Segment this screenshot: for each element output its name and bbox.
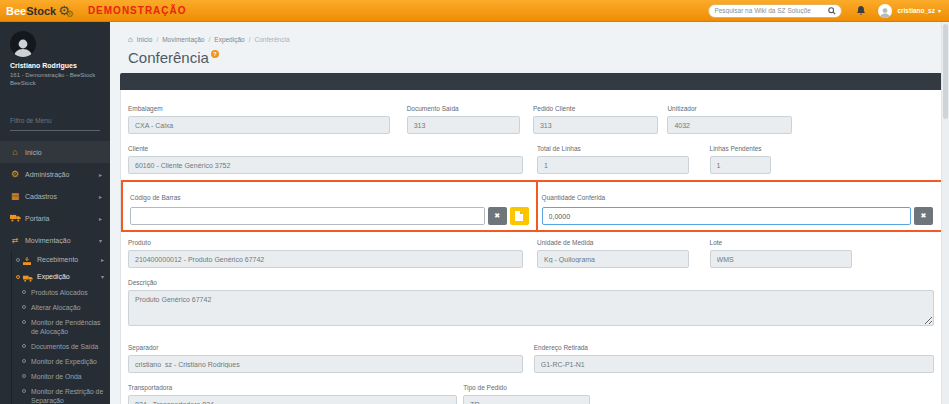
inbox-icon xyxy=(23,251,35,269)
circle-bullet-icon xyxy=(22,374,26,378)
endereco-retirada-field xyxy=(534,355,934,373)
sidebar-item-administracao[interactable]: Administração xyxy=(0,163,110,185)
sidebar-item-inicio[interactable]: Início xyxy=(0,141,110,163)
field-label: Tipo de Pedido xyxy=(463,384,589,391)
sidebar-item-portaria[interactable]: Portaria xyxy=(0,207,110,229)
chevron-right-icon xyxy=(99,171,102,178)
sidebar-item-label: Documentos de Saída xyxy=(31,342,98,351)
sidebar-item-label: Monitor de Pendências de Alocação xyxy=(31,318,106,336)
wiki-search-input[interactable] xyxy=(714,7,828,14)
field-label: Unidade de Medida xyxy=(537,239,689,246)
sidebar-item-movimentacao[interactable]: Movimentação xyxy=(0,229,110,251)
breadcrumb: Início / Movimentação / Expedição / Conf… xyxy=(128,36,949,43)
linhas-pendentes-field xyxy=(710,156,772,174)
exchange-icon xyxy=(8,235,22,245)
documento-saida-field xyxy=(407,116,520,134)
gears-icon xyxy=(8,169,22,179)
sidebar-item-recebimento[interactable]: Recebimento xyxy=(12,251,110,268)
truck-icon xyxy=(8,214,22,222)
sidebar-item-label: Monitor de Restrição de Separação xyxy=(31,387,106,404)
logo-gear-small-icon xyxy=(66,10,74,18)
sidebar-item-label: Alterar Alocação xyxy=(31,303,81,312)
sidebar-item-alterar-alocacao[interactable]: Alterar Alocação xyxy=(12,300,110,315)
sidebar-item-expedicao[interactable]: Expedição xyxy=(12,268,110,285)
notifications-bell-icon[interactable] xyxy=(856,5,866,16)
breadcrumb-item[interactable]: Início xyxy=(137,36,153,43)
username-label[interactable]: cristiano_sz xyxy=(897,7,935,14)
movimentacao-submenu: Recebimento Expedição Produtos Alocados xyxy=(11,251,110,404)
expedicao-submenu: Produtos Alocados Alterar Alocação Monit… xyxy=(12,285,110,404)
beestock-logo[interactable]: BeeStock xyxy=(6,4,74,18)
breadcrumb-item[interactable]: Expedição xyxy=(214,36,244,43)
sidebar-item-documentos-saida[interactable]: Documentos de Saída xyxy=(12,339,110,354)
chevron-right-icon xyxy=(99,193,102,200)
panel-header-bar xyxy=(120,73,946,90)
field-label: Pedido Cliente xyxy=(533,105,658,112)
quantidade-conferida-input[interactable] xyxy=(542,207,911,225)
field-label: Transportadora xyxy=(128,384,457,391)
sidebar: Cristiano Rodrigues 161 - Demonstração -… xyxy=(0,22,110,404)
field-label: Produto xyxy=(128,239,523,246)
truck-icon xyxy=(23,268,35,286)
field-label: Total de Linhas xyxy=(537,145,689,152)
circle-bullet-icon xyxy=(22,320,26,324)
field-label: Código de Barras xyxy=(130,194,181,201)
circle-bullet-icon xyxy=(16,275,20,279)
vertical-scrollbar[interactable] xyxy=(941,22,949,404)
user-avatar[interactable] xyxy=(878,4,892,18)
quantity-clear-button[interactable]: ✖ xyxy=(914,207,933,225)
tipo-pedido-field xyxy=(463,395,589,404)
breadcrumb-home-icon[interactable] xyxy=(128,37,133,43)
transportadora-field xyxy=(128,395,457,404)
quantity-highlight-box: Quantidade Conferida ✖ xyxy=(537,180,944,232)
demo-environment-label: DEMONSTRAÇÃO xyxy=(88,5,187,16)
breadcrumb-item[interactable]: Movimentação xyxy=(162,36,204,43)
sidebar-item-label: Início xyxy=(25,149,102,156)
sidebar-item-monitor-expedicao[interactable]: Monitor de Expedição xyxy=(12,354,110,369)
circle-bullet-icon xyxy=(22,359,26,363)
sidebar-item-label: Monitor de Expedição xyxy=(31,357,97,366)
descricao-field: Produto Genérico 67742 xyxy=(128,290,934,326)
barcode-list-button[interactable] xyxy=(510,207,529,225)
embalagem-field xyxy=(128,116,390,134)
menu-filter-box[interactable] xyxy=(10,109,100,131)
lote-field xyxy=(710,250,853,268)
help-badge[interactable]: ? xyxy=(211,50,219,58)
sidebar-item-monitor-onda[interactable]: Monitor de Onda xyxy=(12,369,110,384)
wiki-search-box[interactable] xyxy=(708,4,842,18)
sidebar-item-monitor-restricao-separacao[interactable]: Monitor de Restrição de Separação xyxy=(12,384,110,404)
total-linhas-field xyxy=(537,156,689,174)
produto-field xyxy=(128,250,523,268)
breadcrumb-current: Conferência xyxy=(254,36,289,43)
top-header-bar: BeeStock DEMONSTRAÇÃO cristiano_sz ▾ xyxy=(0,0,949,22)
scrollbar-thumb[interactable] xyxy=(943,24,948,119)
search-icon[interactable] xyxy=(828,7,836,15)
field-label: Unitizador xyxy=(667,105,792,112)
conference-panel: Embalagem Documento Saída Pedido Cliente… xyxy=(120,73,946,404)
field-label: Quantidade Conferida xyxy=(542,194,606,201)
chevron-down-icon xyxy=(101,273,104,280)
field-label: Descrição xyxy=(128,279,934,286)
sidebar-item-cadastros[interactable]: Cadastros xyxy=(0,185,110,207)
sidebar-item-monitor-pendencias-alocacao[interactable]: Monitor de Pendências de Alocação xyxy=(12,315,110,339)
sidebar-item-label: Cadastros xyxy=(25,193,99,200)
chevron-down-icon xyxy=(99,237,102,244)
circle-bullet-icon xyxy=(22,389,26,393)
field-label: Documento Saída xyxy=(407,105,520,112)
sidebar-item-label: Portaria xyxy=(25,215,99,222)
menu-filter-input[interactable] xyxy=(10,117,100,124)
sidebar-nav: Início Administração Cadastros Portaria … xyxy=(0,141,110,404)
user-menu-caret-icon[interactable]: ▾ xyxy=(938,7,941,14)
sidebar-item-label: Movimentação xyxy=(25,237,99,244)
sidebar-user-block: Cristiano Rodrigues 161 - Demonstração -… xyxy=(0,22,110,87)
sidebar-item-label: Monitor de Onda xyxy=(31,372,82,381)
table-icon xyxy=(8,191,22,201)
codigo-barras-input[interactable] xyxy=(130,207,485,225)
panel-body: Embalagem Documento Saída Pedido Cliente… xyxy=(120,90,946,404)
circle-bullet-icon xyxy=(22,344,26,348)
circle-bullet-icon xyxy=(22,305,26,309)
chevron-right-icon xyxy=(99,215,102,222)
barcode-clear-button[interactable]: ✖ xyxy=(488,207,507,225)
sidebar-item-produtos-alocados[interactable]: Produtos Alocados xyxy=(12,285,110,300)
sidebar-user-avatar[interactable] xyxy=(10,31,36,57)
